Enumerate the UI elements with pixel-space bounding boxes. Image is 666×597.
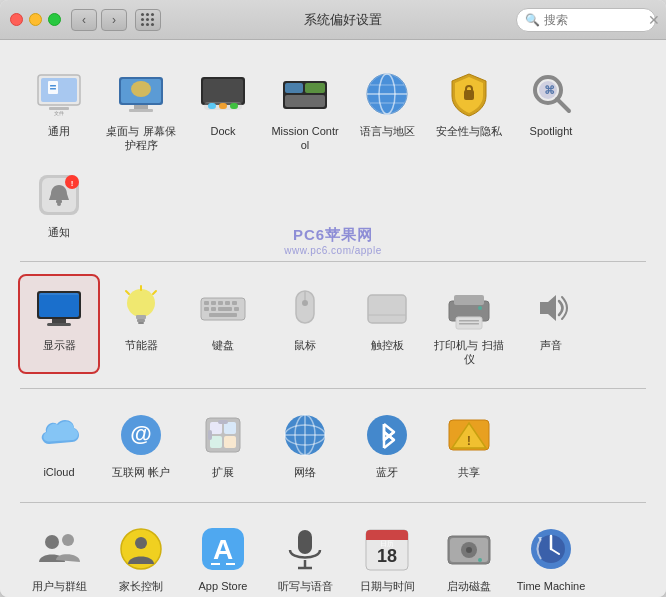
mission-icon [279,68,331,120]
item-mouse[interactable]: 鼠标 [266,276,344,373]
item-general[interactable]: 文件 通用 [20,62,98,159]
security-label: 安全性与隐私 [436,124,502,138]
item-internet[interactable]: @ 互联网 帐户 [102,403,180,485]
trackpad-icon [361,282,413,334]
bluetooth-icon [361,409,413,461]
internet-label: 互联网 帐户 [112,465,170,479]
printer-icon [443,282,495,334]
item-timemachine[interactable]: Time Machine [512,517,590,597]
timemachine-label: Time Machine [517,579,586,593]
mouse-label: 鼠标 [294,338,316,352]
grid-view-button[interactable] [135,9,161,31]
svg-point-46 [127,289,155,317]
svg-rect-11 [129,109,153,112]
nav-buttons: ‹ › [71,9,127,31]
icon-grid-personal: 文件 通用 [20,56,646,251]
notification-icon: ! [33,169,85,221]
svg-rect-15 [208,103,216,109]
display-icon [33,282,85,334]
svg-point-98 [135,537,147,549]
svg-rect-62 [234,307,239,311]
close-button[interactable] [10,13,23,26]
sharing-icon: ! [443,409,495,461]
item-spotlight[interactable]: ⌘ Spotlight [512,62,590,159]
svg-text:A: A [213,534,233,565]
svg-rect-57 [225,301,230,305]
keyboard-label: 键盘 [212,338,234,352]
dictation-label: 听写与语音 [278,579,333,593]
item-appstore[interactable]: A App Store [184,517,262,597]
svg-rect-83 [218,420,228,424]
icloud-label: iCloud [43,465,74,479]
svg-text:@: @ [130,421,151,446]
svg-point-9 [131,81,151,97]
svg-rect-16 [219,103,227,109]
dictation-icon [279,523,331,575]
language-icon [361,68,413,120]
item-sharing[interactable]: ! 共享 [430,403,508,485]
svg-rect-20 [305,83,325,93]
back-button[interactable]: ‹ [71,9,97,31]
datetime-label: 日期与时间 [360,579,415,593]
network-icon [279,409,331,461]
users-icon [33,523,85,575]
item-display[interactable]: 显示器 [20,276,98,373]
traffic-lights [10,13,61,26]
svg-point-115 [478,558,482,562]
icon-grid-hardware: 显示器 [20,270,646,379]
item-extensions[interactable]: 扩展 [184,403,262,485]
item-dictation[interactable]: 听写与语音 [266,517,344,597]
item-printer[interactable]: 打印机与 扫描仪 [430,276,508,373]
item-parental[interactable]: 家长控制 [102,517,180,597]
parental-icon [115,523,167,575]
energy-label: 节能器 [125,338,158,352]
item-language[interactable]: 语言与地区 [348,62,426,159]
svg-rect-63 [209,313,237,317]
item-datetime[interactable]: 18 日历 日期与时间 [348,517,426,597]
icon-grid-system: 用户与群组 家长控制 [20,511,646,597]
item-notification[interactable]: ! 通知 [20,163,98,245]
item-users[interactable]: 用户与群组 [20,517,98,597]
timemachine-icon [525,523,577,575]
item-security[interactable]: 安全性与隐私 [430,62,508,159]
svg-text:文件: 文件 [54,110,64,116]
item-trackpad[interactable]: 触控板 [348,276,426,373]
item-desktop[interactable]: 桌面与 屏幕保护程序 [102,62,180,159]
svg-rect-10 [134,105,148,109]
appstore-icon: A [197,523,249,575]
item-dock[interactable]: Dock [184,62,262,159]
search-icon: 🔍 [525,13,540,27]
item-startup[interactable]: 启动磁盘 [430,517,508,597]
maximize-button[interactable] [48,13,61,26]
clear-search-icon[interactable]: ✕ [648,12,660,28]
svg-rect-72 [459,320,479,322]
item-keyboard[interactable]: 键盘 [184,276,262,373]
section-internet: iCloud @ 互联网 帐户 [20,397,646,491]
display-label: 显示器 [43,338,76,352]
sharing-label: 共享 [458,465,480,479]
minimize-button[interactable] [29,13,42,26]
dock-label: Dock [210,124,235,138]
item-bluetooth[interactable]: 蓝牙 [348,403,426,485]
svg-rect-70 [454,295,484,305]
extensions-label: 扩展 [212,465,234,479]
section-personal: 文件 通用 [20,56,646,251]
item-sound[interactable]: 声音 [512,276,590,373]
mouse-icon [279,282,331,334]
desktop-label: 桌面与 屏幕保护程序 [106,124,176,153]
svg-rect-60 [211,307,216,311]
item-icloud[interactable]: iCloud [20,403,98,485]
svg-rect-55 [211,301,216,305]
search-bar[interactable]: 🔍 ✕ [516,8,656,32]
appstore-label: App Store [199,579,248,593]
svg-rect-61 [218,307,232,311]
svg-point-96 [62,534,74,546]
item-network[interactable]: 网络 [266,403,344,485]
notification-label: 通知 [48,225,70,239]
sound-icon [525,282,577,334]
item-energy[interactable]: 节能器 [102,276,180,373]
search-input[interactable] [544,13,644,27]
item-mission[interactable]: Mission Control [266,62,344,159]
section-system: 用户与群组 家长控制 [20,511,646,597]
forward-button[interactable]: › [101,9,127,31]
